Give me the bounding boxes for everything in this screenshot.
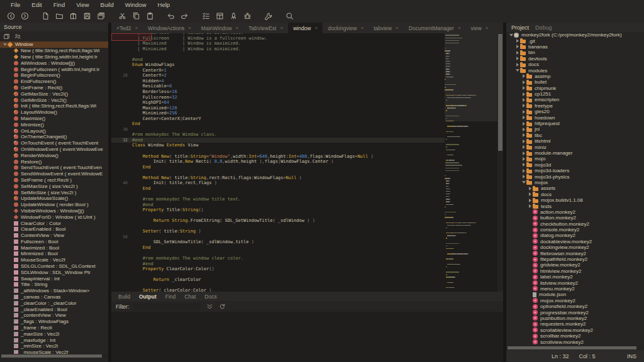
code-line[interactable]: SDL_SetWindowTitle( _sdlWindow,title )	[111, 239, 445, 245]
project-hscrollbar[interactable]	[506, 346, 644, 350]
menu-find[interactable]: Find	[48, 1, 70, 8]
tab-+Ted2[interactable]: +Ted2×	[111, 23, 143, 33]
code-line[interactable]: Init( title,New Recti( 0,0,width,height …	[111, 159, 445, 165]
code-line[interactable]: Resizable=8	[111, 84, 445, 89]
tree-item[interactable]: Fullscreen : Bool	[0, 239, 108, 245]
code-line[interactable]: 32#end	[111, 138, 445, 143]
menu-build[interactable]: Build	[95, 1, 119, 8]
tree-item[interactable]: OnWindowEvent ( event:WindowEve	[0, 146, 108, 153]
close-icon[interactable]: ×	[188, 25, 191, 31]
code-line[interactable]: #rem monkeydoc The window clear color.	[111, 256, 445, 261]
panel-tab-debug[interactable]: Debug	[534, 25, 557, 31]
console-tab-build[interactable]: Build	[114, 293, 135, 300]
tree-item[interactable]: chipmunk	[506, 85, 644, 91]
tree-item[interactable]: SendWindowEvent ( event:WindowE	[0, 171, 108, 177]
tree-item[interactable]: devtools	[506, 56, 644, 62]
chevron-right-icon[interactable]	[521, 163, 526, 167]
tree-item[interactable]: emscripten	[506, 97, 644, 102]
tree-item[interactable]: litehtml	[506, 138, 644, 144]
tree-item[interactable]: jni	[506, 126, 644, 132]
code-line[interactable]: Class Window Extends View	[111, 143, 445, 148]
chevron-right-icon[interactable]	[521, 116, 526, 119]
modules-icon[interactable]	[216, 12, 224, 20]
code-line[interactable]: Setter( title:String )	[111, 229, 445, 234]
chevron-right-icon[interactable]	[521, 151, 526, 155]
tree-item[interactable]: RenderWindow()	[0, 152, 108, 158]
code-line[interactable]: 30	[111, 127, 445, 133]
code-line[interactable]: Property ClearColor:Color()	[111, 266, 445, 272]
code-line[interactable]: #end	[111, 57, 445, 63]
cut-icon[interactable]	[118, 12, 126, 20]
menu-view[interactable]: View	[70, 1, 94, 8]
tree-item[interactable]: Maximize()	[0, 116, 108, 122]
source-hscrollbar[interactable]	[0, 354, 108, 358]
code-line[interactable]: 40 Init( title,rect,flags )	[111, 180, 445, 186]
chevron-right-icon[interactable]	[521, 74, 526, 78]
tree-item[interactable]: button.monkey2	[506, 215, 644, 221]
project-hscrollbar-thumb[interactable]	[508, 346, 636, 349]
tree-item[interactable]: module-manager	[506, 150, 644, 156]
chevron-right-icon[interactable]	[521, 157, 526, 161]
tree-item[interactable]: mojo3d-loaders	[506, 168, 644, 173]
tree-item[interactable]: _minSize : Vec2i	[0, 343, 108, 349]
tree-item[interactable]: dialog.monkey2	[506, 233, 644, 238]
redo-icon[interactable]	[180, 12, 189, 20]
tree-item[interactable]: AllWindows : Window[]()	[0, 60, 108, 66]
chevron-right-icon[interactable]	[521, 110, 526, 114]
tree-item[interactable]: modules	[506, 67, 644, 73]
chevron-right-icon[interactable]	[514, 39, 520, 43]
tree-item[interactable]: Init ( title:String,rect:Recti,flags:Wi	[0, 103, 108, 109]
tree-item[interactable]: freetype	[506, 103, 644, 109]
tree-item[interactable]: assimp	[506, 74, 644, 79]
chevron-right-icon[interactable]	[521, 80, 526, 84]
tree-item[interactable]: checkbutton.monkey2	[506, 221, 644, 227]
chevron-right-icon[interactable]	[514, 51, 520, 55]
close-icon[interactable]: ×	[486, 25, 489, 31]
console-tab-output[interactable]: Output	[135, 293, 161, 300]
undo-icon[interactable]	[167, 12, 175, 20]
tree-item[interactable]: _maxfudge : Int	[0, 337, 108, 343]
code-line[interactable]: Return _clearColor	[111, 277, 445, 283]
code-line[interactable]: Return String.FromCString( SDL_GetWindow…	[111, 218, 445, 224]
close-icon[interactable]: ×	[458, 25, 461, 31]
tree-item[interactable]: UpdateWindow ( render:Bool )	[0, 202, 108, 208]
chevron-right-icon[interactable]	[514, 57, 520, 60]
tree-item[interactable]: Title : String	[0, 282, 108, 288]
tree-item[interactable]: ClearColor : Color	[0, 220, 108, 226]
tree-item[interactable]: dockingview.monkey2	[506, 244, 644, 250]
menu-window[interactable]: Window	[119, 1, 152, 8]
code-line[interactable]: End	[111, 165, 445, 170]
tree-item[interactable]: ContentView : View	[0, 233, 108, 239]
tab-DocumentManager[interactable]: DocumentManager×	[404, 23, 466, 33]
chevron-right-icon[interactable]	[521, 86, 526, 90]
menu-help[interactable]: Help	[152, 1, 176, 8]
autoscroll-icon[interactable]	[206, 303, 213, 310]
tree-item[interactable]: GetFrame : Recti()	[0, 85, 108, 91]
tree-item[interactable]: libc	[506, 133, 644, 138]
menu-file[interactable]: File	[5, 1, 26, 8]
tree-item[interactable]: Maximized : Bool	[0, 244, 108, 251]
tree-item[interactable]: SendTouchEvent ( event:TouchEven	[0, 165, 108, 171]
tree-item[interactable]: mojo	[506, 156, 644, 162]
back-icon[interactable]	[7, 12, 15, 20]
tree-item[interactable]: label.monkey2	[506, 274, 644, 280]
members-icon[interactable]	[14, 33, 21, 40]
chevron-down-icon[interactable]	[508, 34, 514, 36]
tab-view[interactable]: view×	[466, 23, 494, 33]
tree-item[interactable]: SetMinSize ( size:Vec2i )	[0, 189, 108, 195]
close-icon[interactable]: ×	[360, 25, 364, 31]
clear-output-icon[interactable]	[219, 303, 226, 310]
tree-item[interactable]: requesters.monkey2	[506, 321, 644, 327]
tree-item[interactable]: SwapInterval : Int	[0, 275, 108, 282]
tree-item[interactable]: _clearEnabled : Bool	[0, 306, 108, 312]
tree-item[interactable]: _maxSize : Vec2i	[0, 331, 108, 337]
code-line[interactable]: 20 CenterY=2	[111, 73, 445, 79]
tree-item[interactable]: optionsfield.monkey2	[506, 304, 644, 309]
paste-icon[interactable]	[146, 12, 154, 20]
code-line[interactable]: Minimized=256	[111, 111, 445, 116]
tree-item[interactable]: docs	[506, 192, 644, 197]
chevron-right-icon[interactable]	[521, 169, 526, 173]
tree-item[interactable]: LayoutWindow()	[0, 109, 108, 116]
chevron-down-icon[interactable]	[521, 181, 526, 184]
tree-item[interactable]: _clearColor : _clearColor	[0, 300, 108, 306]
